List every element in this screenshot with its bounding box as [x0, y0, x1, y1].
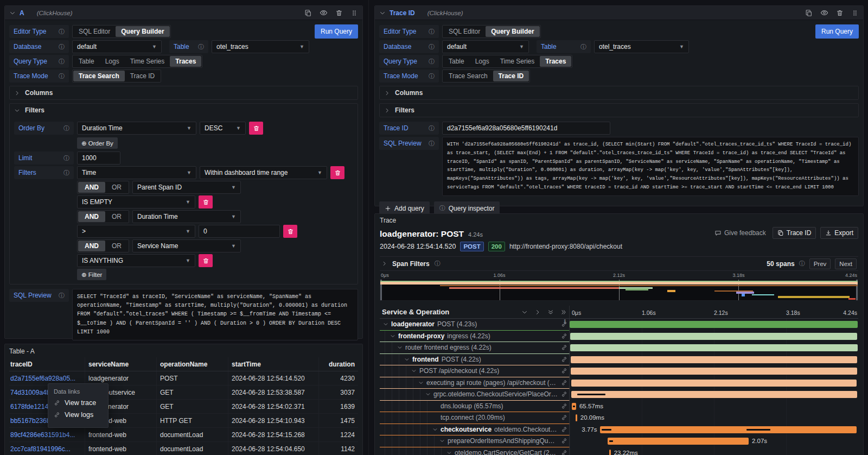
span-link-icon[interactable] [561, 391, 569, 397]
filter-value-input[interactable]: 0 [199, 225, 280, 238]
span-bar-cell[interactable] [570, 389, 858, 401]
filter-field-select[interactable]: Parent Span ID▼ [132, 181, 241, 194]
collapse-one-icon[interactable] [521, 309, 528, 315]
run-query-button[interactable]: Run Query [315, 24, 358, 39]
add-order-by-button[interactable]: ⊕ Order By [77, 137, 118, 149]
trace-id-option[interactable]: Trace ID [125, 71, 161, 81]
span-row[interactable]: prepareOrderItemsAndShippingQuoteFromCar… [380, 435, 858, 447]
filter-field-select[interactable]: Time▼ [77, 166, 196, 179]
info-icon[interactable]: ⓘ [799, 260, 805, 268]
prev-button[interactable]: Prev [809, 258, 831, 269]
span-link-icon[interactable] [561, 414, 569, 421]
span-link-icon[interactable] [561, 356, 569, 363]
span-name-cell[interactable]: loadgenerator POST (4.23s) [380, 319, 570, 331]
info-icon[interactable]: ⓘ [59, 292, 65, 300]
span-bar-cell[interactable] [570, 365, 858, 377]
span-name-cell[interactable]: executing api route (pages) /api/checkou… [380, 377, 570, 389]
collapse-query-icon[interactable] [379, 10, 386, 16]
sql-editor-option[interactable]: SQL Editor [73, 26, 116, 37]
span-expand-icon[interactable] [425, 391, 431, 397]
span-expand-icon[interactable] [397, 345, 403, 350]
span-link-icon[interactable] [561, 438, 569, 444]
span-link-icon[interactable] [561, 368, 569, 374]
span-bar-cell[interactable] [570, 377, 858, 389]
remove-query-icon[interactable] [335, 9, 343, 17]
and-option[interactable]: AND [78, 211, 105, 222]
query-type-toggle[interactable]: TableLogsTime SeriesTraces [442, 55, 572, 68]
query-type-logs[interactable]: Logs [470, 56, 495, 67]
info-icon[interactable]: ⓘ [63, 154, 69, 162]
remove-filter-button[interactable] [199, 254, 213, 267]
col-traceid[interactable]: traceID [9, 357, 85, 371]
query-type-timeseries[interactable]: Time Series [125, 56, 170, 67]
info-icon[interactable]: ⓘ [429, 43, 435, 51]
span-bar-cell[interactable] [570, 342, 858, 354]
span-expand-icon[interactable] [383, 321, 388, 327]
duplicate-query-icon[interactable] [304, 9, 312, 17]
database-select[interactable]: default▼ [72, 40, 162, 53]
next-button[interactable]: Next [835, 258, 857, 269]
info-icon[interactable]: ⓘ [63, 124, 69, 132]
col-servicename[interactable]: serviceName [85, 357, 157, 371]
expand-one-icon[interactable] [534, 309, 541, 315]
span-row[interactable]: loadgenerator POST (4.23s) [380, 319, 858, 331]
query-type-toggle[interactable]: TableLogsTime SeriesTraces [72, 55, 202, 68]
info-icon[interactable]: ⓘ [59, 28, 65, 36]
duplicate-query-icon[interactable] [805, 9, 813, 17]
span-row[interactable]: checkoutservice oteldemo.CheckoutService… [380, 424, 858, 436]
add-filter-button[interactable]: ⊕ Filter [77, 269, 106, 280]
query-type-traces[interactable]: Traces [170, 56, 201, 67]
info-icon[interactable]: ⓘ [59, 72, 65, 80]
query-builder-option[interactable]: Query Builder [116, 26, 169, 37]
run-query-button[interactable]: Run Query [815, 24, 859, 39]
span-expand-icon[interactable] [411, 368, 417, 374]
filter-field-select[interactable]: Service Name▼ [132, 239, 241, 252]
info-icon[interactable]: ⓘ [429, 124, 435, 132]
info-icon[interactable]: ⓘ [198, 43, 204, 51]
span-filters-label[interactable]: Span Filters [392, 260, 430, 268]
editor-type-toggle[interactable]: SQL EditorQuery Builder [72, 25, 171, 38]
hide-response-icon[interactable] [820, 9, 828, 17]
table-select[interactable]: otel_traces▼ [594, 40, 689, 53]
view-trace-link[interactable]: View trace [54, 399, 103, 407]
query-type-timeseries[interactable]: Time Series [495, 56, 540, 67]
info-icon[interactable]: ⓘ [429, 140, 435, 148]
span-bar-cell[interactable] [570, 319, 858, 331]
hide-response-icon[interactable] [320, 9, 328, 17]
span-link-icon[interactable] [561, 426, 569, 433]
span-bar-cell[interactable] [570, 331, 858, 343]
span-expand-icon[interactable] [446, 450, 452, 455]
and-or-toggle[interactable]: ANDOR [77, 210, 129, 223]
query-type-traces[interactable]: Traces [540, 56, 571, 67]
query-refid[interactable]: Trace ID [390, 9, 415, 17]
span-row[interactable]: router frontend egress (4.22s) [380, 342, 858, 354]
export-button[interactable]: Export [820, 227, 858, 239]
trace-id-link[interactable]: 89cf4286e631591b4... [9, 428, 85, 441]
query-builder-option[interactable]: Query Builder [486, 26, 539, 37]
trace-id-option[interactable]: Trace ID [493, 71, 529, 81]
trace-panel-title[interactable]: Trace [380, 217, 396, 224]
trace-mode-toggle[interactable]: Trace SearchTrace ID [72, 69, 161, 83]
remove-order-by-button[interactable] [249, 122, 263, 135]
trace-mode-toggle[interactable]: Trace SearchTrace ID [442, 69, 530, 83]
span-row[interactable]: oteldemo.CartService/GetCart (23.22ms) 2… [380, 447, 858, 455]
expand-all-icon[interactable] [560, 309, 567, 315]
filters-section[interactable]: Filters [379, 103, 859, 117]
span-expand-icon[interactable] [432, 427, 438, 432]
span-name-cell[interactable]: dns.lookup (65.57ms) [380, 401, 570, 413]
col-operationname[interactable]: operationName [157, 357, 228, 371]
query-refid[interactable]: A [20, 9, 24, 17]
span-link-icon[interactable] [561, 450, 569, 455]
panel-splitter[interactable] [368, 0, 369, 455]
remove-filter-button[interactable] [199, 195, 213, 208]
and-option[interactable]: AND [78, 241, 105, 251]
sql-editor-option[interactable]: SQL Editor [443, 26, 486, 37]
trace-minimap[interactable] [380, 279, 858, 301]
info-icon[interactable]: ⓘ [63, 169, 69, 177]
info-icon[interactable]: ⓘ [59, 58, 65, 66]
span-name-cell[interactable]: router frontend egress (4.22s) [380, 342, 570, 354]
info-icon[interactable]: ⓘ [59, 43, 65, 51]
filter-operator-select[interactable]: IS EMPTY▼ [77, 195, 195, 208]
span-name-cell[interactable]: tcp.connect (20.09ms) [380, 412, 570, 424]
span-expand-icon[interactable] [439, 438, 445, 444]
